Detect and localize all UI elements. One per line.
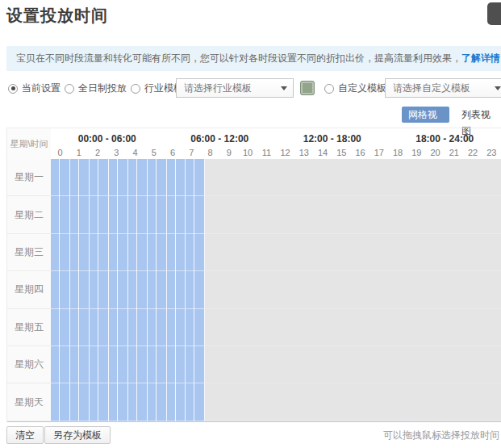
time-cell[interactable]: [279, 271, 298, 308]
time-cell[interactable]: [390, 271, 409, 308]
time-cell[interactable]: [464, 309, 482, 346]
time-cell-selected[interactable]: [90, 196, 109, 233]
time-cell[interactable]: [205, 159, 223, 196]
time-cell[interactable]: [205, 196, 223, 233]
time-cell-selected[interactable]: [186, 234, 205, 271]
time-cell[interactable]: [353, 271, 372, 308]
time-cell-selected[interactable]: [70, 234, 90, 271]
time-cell[interactable]: [409, 346, 428, 383]
time-cell[interactable]: [353, 234, 372, 271]
time-cell-selected[interactable]: [109, 383, 128, 421]
time-cell-selected[interactable]: [51, 383, 70, 421]
time-cell-selected[interactable]: [109, 346, 128, 383]
time-cell[interactable]: [316, 196, 335, 233]
time-cell[interactable]: [279, 383, 298, 421]
time-cell[interactable]: [427, 383, 445, 421]
time-cell-selected[interactable]: [167, 196, 186, 233]
time-cell[interactable]: [279, 196, 298, 233]
time-cell[interactable]: [427, 346, 445, 383]
time-cell-selected[interactable]: [128, 271, 148, 308]
time-cell[interactable]: [298, 196, 316, 233]
time-cell[interactable]: [427, 309, 445, 346]
time-cell-selected[interactable]: [70, 159, 90, 196]
grid-view-button[interactable]: 网格视图: [402, 107, 449, 123]
time-cell-selected[interactable]: [109, 196, 128, 233]
time-cell-selected[interactable]: [186, 271, 205, 308]
time-cell-selected[interactable]: [109, 309, 128, 346]
time-cell[interactable]: [335, 159, 353, 196]
time-cell[interactable]: [261, 271, 279, 308]
time-cell[interactable]: [335, 196, 353, 233]
time-cell-selected[interactable]: [90, 346, 109, 383]
time-cell[interactable]: [205, 309, 223, 346]
time-cell-selected[interactable]: [51, 309, 70, 346]
time-cell[interactable]: [223, 159, 242, 196]
time-cell[interactable]: [464, 383, 482, 421]
template-action-icon[interactable]: [300, 81, 315, 95]
time-cell[interactable]: [335, 346, 353, 383]
time-cell-selected[interactable]: [128, 159, 148, 196]
time-cell[interactable]: [298, 234, 316, 271]
time-cell-selected[interactable]: [70, 271, 90, 308]
time-cell[interactable]: [482, 271, 501, 308]
time-cell[interactable]: [261, 159, 279, 196]
time-cell[interactable]: [409, 234, 428, 271]
time-cell-selected[interactable]: [70, 196, 90, 233]
radio-current-settings[interactable]: 当前设置: [8, 82, 61, 95]
time-cell-selected[interactable]: [148, 196, 167, 233]
time-cell[interactable]: [242, 383, 261, 421]
time-cell[interactable]: [390, 196, 409, 233]
time-cell[interactable]: [482, 309, 501, 346]
time-cell-selected[interactable]: [186, 196, 205, 233]
time-cell-selected[interactable]: [70, 346, 90, 383]
time-cell[interactable]: [335, 271, 353, 308]
time-cell[interactable]: [242, 271, 261, 308]
time-cell-selected[interactable]: [90, 309, 109, 346]
save-as-template-button[interactable]: 另存为模板: [44, 426, 111, 444]
time-cell[interactable]: [335, 234, 353, 271]
time-cell[interactable]: [482, 234, 501, 271]
time-cell[interactable]: [464, 346, 482, 383]
radio-circle-selected[interactable]: [8, 84, 18, 94]
time-cell[interactable]: [445, 159, 464, 196]
time-cell[interactable]: [223, 196, 242, 233]
time-cell[interactable]: [261, 309, 279, 346]
time-cell-selected[interactable]: [90, 271, 109, 308]
time-cell-selected[interactable]: [148, 159, 167, 196]
time-cell[interactable]: [464, 234, 482, 271]
time-cell[interactable]: [464, 196, 482, 233]
time-cell-selected[interactable]: [167, 383, 186, 421]
time-cell[interactable]: [316, 234, 335, 271]
time-cell[interactable]: [390, 383, 409, 421]
list-view-button[interactable]: 列表视图: [457, 107, 501, 123]
time-cell[interactable]: [298, 346, 316, 383]
radio-circle[interactable]: [65, 84, 74, 94]
time-cell-selected[interactable]: [109, 234, 128, 271]
time-cell[interactable]: [372, 346, 390, 383]
time-cell[interactable]: [316, 383, 335, 421]
time-cell[interactable]: [261, 383, 279, 421]
time-cell[interactable]: [205, 346, 223, 383]
time-cell-selected[interactable]: [51, 196, 70, 233]
time-cell[interactable]: [205, 383, 223, 421]
time-cell[interactable]: [316, 159, 335, 196]
time-cell[interactable]: [409, 309, 428, 346]
time-cell[interactable]: [409, 271, 428, 308]
time-cell[interactable]: [223, 271, 242, 308]
time-cell[interactable]: [372, 309, 390, 346]
time-cell-selected[interactable]: [167, 271, 186, 308]
time-cell[interactable]: [279, 234, 298, 271]
time-cell[interactable]: [316, 309, 335, 346]
time-cell-selected[interactable]: [90, 234, 109, 271]
time-cell[interactable]: [390, 234, 409, 271]
time-cell[interactable]: [261, 346, 279, 383]
time-cell[interactable]: [445, 346, 464, 383]
time-cell[interactable]: [427, 271, 445, 308]
clear-button[interactable]: 清空: [6, 426, 44, 444]
time-cell[interactable]: [316, 271, 335, 308]
time-cell[interactable]: [279, 346, 298, 383]
time-cell[interactable]: [261, 196, 279, 233]
top-right-button[interactable]: [487, 2, 501, 25]
time-cell[interactable]: [242, 159, 261, 196]
time-cell[interactable]: [353, 196, 372, 233]
